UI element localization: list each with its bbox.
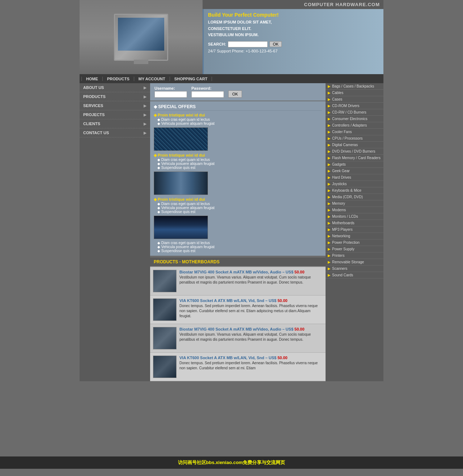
- cat-item[interactable]: ▶ Modems: [326, 207, 383, 213]
- offer-2-bullet-2: ◆ Vehicula posuere aliquam feugiat: [154, 162, 322, 166]
- cat-label: CPUs / Processors: [332, 136, 362, 140]
- cat-item[interactable]: ▶ CD-RW / CD Burners: [326, 109, 383, 116]
- cat-item[interactable]: ▶ MP3 Players: [326, 226, 383, 233]
- cat-arrow: ▶: [328, 143, 331, 147]
- product-desc: Donec tempus. Sed pretium imperdiet lore…: [179, 361, 323, 371]
- table-row: Biostar M7VIG 400 Socket A mATX MB w/Vid…: [150, 324, 326, 353]
- nav-products[interactable]: PRODUCTS: [103, 77, 134, 81]
- product-thumbnail: [153, 270, 177, 292]
- cat-arrow: ▶: [328, 91, 331, 95]
- cat-label: Sound Cards: [332, 273, 353, 277]
- nav-arrow-contact: ▶: [144, 131, 146, 135]
- cat-label: Bags / Cases / Backpacks: [332, 84, 374, 88]
- cat-arrow: ▶: [328, 84, 331, 88]
- banner-area: Build Your Perfect Computer! LOREM IPSUM…: [203, 9, 383, 74]
- middle-content: Username: Password: OK ◆ SPECIAL OFFERS …: [150, 83, 326, 381]
- main-layout: ABOUT US ▶ PRODUCTS ▶ SERVICES ▶ PROJECT…: [80, 83, 383, 381]
- offer-1-bullet-1: ◆ Diam cras eget quam id lectus: [154, 118, 322, 122]
- cat-item[interactable]: ▶ Networking: [326, 233, 383, 239]
- cat-item[interactable]: ▶ Printers: [326, 252, 383, 259]
- cat-item[interactable]: ▶ Digital Cameras: [326, 142, 383, 148]
- nav-arrow-clients: ▶: [144, 122, 146, 126]
- product-info: VIA KT600 Socket A ATX MB w/LAN, Vid, Sn…: [179, 298, 323, 321]
- product-info: VIA KT600 Socket A ATX MB w/LAN, Vid, Sn…: [179, 356, 323, 378]
- cat-arrow: ▶: [328, 97, 331, 101]
- cat-arrow: ▶: [328, 201, 331, 205]
- password-input[interactable]: [191, 91, 224, 98]
- cat-item[interactable]: ▶ DVD Drives / DVD Burners: [326, 148, 383, 155]
- cat-item[interactable]: ▶ Power Protection: [326, 239, 383, 246]
- cat-item[interactable]: ▶ Motherboards: [326, 220, 383, 226]
- sidebar-item-about-us[interactable]: ABOUT US ▶: [80, 83, 150, 92]
- sidebar-item-products[interactable]: PRODUCTS ▶: [80, 92, 150, 101]
- search-button[interactable]: OK: [269, 41, 282, 47]
- cat-label: Modems: [332, 208, 346, 212]
- offer-item-1: ◆ Proin tristique wixi id dui ◆ Diam cra…: [154, 113, 322, 151]
- product-name[interactable]: Biostar M7VIG 400 Socket A mATX MB w/Vid…: [179, 327, 323, 331]
- cat-label: CD-ROM Drivers: [332, 104, 360, 108]
- cat-item[interactable]: ▶ Bags / Cases / Backpacks: [326, 83, 383, 90]
- cat-item[interactable]: ▶ Keyboards & Mice: [326, 187, 383, 194]
- table-row: Biostar M7VIG 400 Socket A mATX MB w/Vid…: [150, 267, 326, 296]
- cat-item[interactable]: ▶ Flash Memory / Card Readers: [326, 155, 383, 161]
- cat-item[interactable]: ▶ Controllers / Adapters: [326, 122, 383, 129]
- nav-my-account[interactable]: MY ACCOUNT: [134, 77, 170, 81]
- cat-arrow: ▶: [328, 267, 331, 271]
- cat-label: CD-RW / CD Burners: [332, 110, 366, 114]
- nav-arrow-about: ▶: [144, 86, 146, 90]
- banner-text: LOREM IPSUM DOLOR SIT AMET, CONSECTETUER…: [208, 19, 379, 38]
- cat-arrow: ▶: [328, 214, 331, 218]
- cat-item[interactable]: ▶ Cooler Fans: [326, 129, 383, 135]
- offer-1-bullet-2: ◆ Vehicula posuere aliquam feugiat: [154, 122, 322, 126]
- product-thumbnail: [153, 298, 177, 321]
- monitor-graphic: [114, 14, 168, 61]
- login-button[interactable]: OK: [228, 90, 242, 98]
- cat-label: Gadgets: [332, 162, 346, 166]
- sidebar-item-contact-us[interactable]: CONTACT US ▶: [80, 128, 150, 137]
- cat-item[interactable]: ▶ Geek Gear: [326, 168, 383, 174]
- cat-arrow: ▶: [328, 149, 331, 153]
- offer-3-bullet-2: ◆ Vehicula posuere aliquam feugiat: [154, 206, 322, 210]
- cat-item[interactable]: ▶ Removable Storage: [326, 259, 383, 265]
- nav-arrow-projects: ▶: [144, 113, 146, 117]
- product-info: Biostar M7VIG 400 Socket A mATX MB w/Vid…: [179, 270, 323, 292]
- cat-label: Digital Cameras: [332, 143, 358, 147]
- cat-item[interactable]: ▶ Gadgets: [326, 161, 383, 168]
- product-name[interactable]: VIA KT600 Socket A ATX MB w/LAN, Vid, Sn…: [179, 298, 323, 303]
- search-label: SEARCH:: [208, 42, 226, 46]
- sidebar-item-projects[interactable]: PROJECTS ▶: [80, 110, 150, 119]
- cat-item[interactable]: ▶ CPUs / Processors: [326, 135, 383, 142]
- cat-item[interactable]: ▶ Joysticks: [326, 181, 383, 187]
- cat-item[interactable]: ▶ Sound Cards: [326, 272, 383, 279]
- cat-label: DVD Drives / DVD Burners: [332, 149, 375, 153]
- offer-3-title[interactable]: ◆ Proin tristique wixi id dui: [154, 197, 322, 202]
- cat-arrow: ▶: [328, 195, 331, 199]
- offer-item-3: ◆ Proin tristique wixi id dui ◆ Diam cra…: [154, 197, 322, 239]
- cat-item[interactable]: ▶ Consumer Electronics: [326, 116, 383, 122]
- cat-item[interactable]: ▶ Cables: [326, 90, 383, 96]
- product-name[interactable]: VIA KT600 Socket A ATX MB w/LAN, Vid, Sn…: [179, 356, 323, 360]
- offer-1-title[interactable]: ◆ Proin tristique wixi id dui: [154, 113, 322, 118]
- cat-item[interactable]: ▶ Monitors / LCDs: [326, 213, 383, 220]
- cat-item[interactable]: ▶ Scanners: [326, 265, 383, 272]
- nav-shopping-cart[interactable]: SHOPPING CART: [170, 77, 212, 81]
- cat-item[interactable]: ▶ Power Supply: [326, 246, 383, 252]
- cat-item[interactable]: ▶ Media (CDR, DVD): [326, 194, 383, 200]
- cat-item[interactable]: ▶ CD-ROM Drivers: [326, 103, 383, 109]
- offer-3-bullet-1: ◆ Diam cras eget quam id lectus: [154, 202, 322, 206]
- search-input[interactable]: [228, 41, 268, 47]
- cat-label: Motherboards: [332, 221, 354, 225]
- sidebar-item-services[interactable]: SERVICES ▶: [80, 101, 150, 110]
- table-row: VIA KT600 Socket A ATX MB w/LAN, Vid, Sn…: [150, 353, 326, 381]
- sidebar-item-clients[interactable]: CLIENTS ▶: [80, 119, 150, 128]
- cat-item[interactable]: ▶ Hard Drives: [326, 174, 383, 181]
- cat-label: Consumer Electronics: [332, 117, 368, 121]
- offer-2-title[interactable]: ◆ Proin tristique wixi id dui: [154, 153, 322, 158]
- cat-label: MP3 Players: [332, 228, 353, 231]
- product-name[interactable]: Biostar M7VIG 400 Socket A mATX MB w/Vid…: [179, 270, 323, 274]
- cat-item[interactable]: ▶ Memory: [326, 200, 383, 207]
- nav-home[interactable]: HOME: [81, 77, 103, 81]
- cat-arrow: ▶: [328, 162, 331, 166]
- cat-item[interactable]: ▶ Cases: [326, 96, 383, 103]
- username-input[interactable]: [154, 91, 187, 98]
